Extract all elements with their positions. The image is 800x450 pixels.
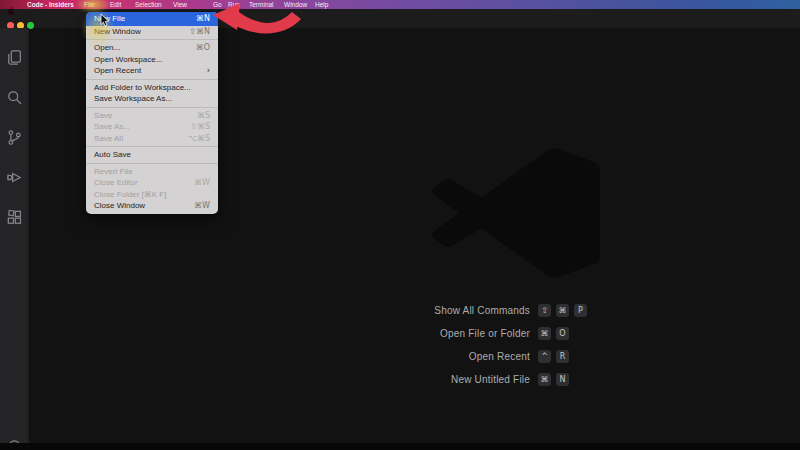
menu-item-open[interactable]: Open... ⌘O (86, 42, 218, 54)
keycap-group: ^ R (538, 350, 569, 363)
menu-item-save-workspace-as[interactable]: Save Workspace As... (86, 93, 218, 105)
menubar-item-app[interactable]: Code - Insiders (27, 0, 74, 9)
explorer-icon[interactable] (6, 49, 23, 66)
submenu-chevron-icon: › (207, 66, 210, 75)
menu-item-close-window[interactable]: Close Window ⌘W (86, 200, 218, 212)
menubar-item-view[interactable]: View (173, 0, 187, 9)
vscode-logo-watermark (432, 148, 600, 278)
menu-item-close-folder: Close Folder [⌘K F] (86, 189, 218, 201)
keycap-command: ⌘ (556, 304, 569, 317)
menubar-item-window[interactable]: Window (284, 0, 307, 9)
keycap-letter: O (556, 327, 569, 340)
menubar-item-edit[interactable]: Edit (110, 0, 121, 9)
menu-item-new-file[interactable]: New File ⌘N (86, 12, 218, 26)
menu-item-auto-save[interactable]: Auto Save (86, 149, 218, 161)
menubar-item-run[interactable]: Run (228, 0, 240, 9)
letterbox-strip (0, 443, 800, 450)
menu-separator (86, 146, 218, 147)
macos-menu-bar: Code - Insiders File Edit Selection View… (0, 0, 800, 9)
menubar-item-file[interactable]: File (84, 0, 94, 9)
menu-item-open-workspace[interactable]: Open Workspace... (86, 54, 218, 66)
source-control-icon[interactable] (6, 129, 23, 146)
menu-item-open-recent[interactable]: Open Recent › (86, 65, 218, 77)
menu-separator (86, 39, 218, 40)
menubar-item-terminal[interactable]: Terminal (249, 0, 274, 9)
shortcut-row: Open Recent ^ R (360, 345, 610, 368)
menu-separator (86, 163, 218, 164)
shortcut-label: Show All Commands (360, 305, 530, 316)
apple-logo-icon[interactable] (8, 1, 15, 19)
keycap-shift: ⇧ (538, 304, 551, 317)
menu-item-save-as: Save As... ⇧⌘S (86, 121, 218, 133)
menubar-item-help[interactable]: Help (315, 0, 328, 9)
shortcut-row: Open File or Folder ⌘ O (360, 322, 610, 345)
keycap-group: ⌘ N (538, 373, 569, 386)
welcome-shortcuts-panel: Show All Commands ⇧ ⌘ P Open File or Fol… (360, 299, 610, 391)
shortcut-label: New Untitled File (360, 374, 530, 385)
search-icon[interactable] (6, 89, 23, 106)
keycap-command: ⌘ (538, 373, 551, 386)
shortcut-label: Open File or Folder (360, 328, 530, 339)
keycap-group: ⇧ ⌘ P (538, 304, 587, 317)
keycap-letter: P (574, 304, 587, 317)
menu-item-save: Save ⌘S (86, 110, 218, 122)
shortcut-row: New Untitled File ⌘ N (360, 368, 610, 391)
keycap-command: ⌘ (538, 327, 551, 340)
menu-item-revert-file: Revert File (86, 166, 218, 178)
file-menu-dropdown: New File ⌘N New Window ⇧⌘N Open... ⌘O Op… (86, 12, 218, 214)
keycap-control: ^ (538, 350, 551, 363)
keycap-group: ⌘ O (538, 327, 569, 340)
shortcut-row: Show All Commands ⇧ ⌘ P (360, 299, 610, 322)
extensions-icon[interactable] (6, 209, 23, 226)
activity-bar (0, 28, 29, 444)
keycap-letter: R (556, 350, 569, 363)
shortcut-label: Open Recent (360, 351, 530, 362)
menu-item-new-window[interactable]: New Window ⇧⌘N (86, 26, 218, 38)
run-debug-icon[interactable] (6, 169, 23, 186)
menu-item-save-all: Save All ⌥⌘S (86, 133, 218, 145)
menubar-item-go[interactable]: Go (213, 0, 222, 9)
keycap-letter: N (556, 373, 569, 386)
menu-item-add-folder-to-workspace[interactable]: Add Folder to Workspace... (86, 82, 218, 94)
menu-separator (86, 79, 218, 80)
menubar-item-selection[interactable]: Selection (135, 0, 162, 9)
menu-item-close-editor: Close Editor ⌘W (86, 177, 218, 189)
menu-separator (86, 107, 218, 108)
